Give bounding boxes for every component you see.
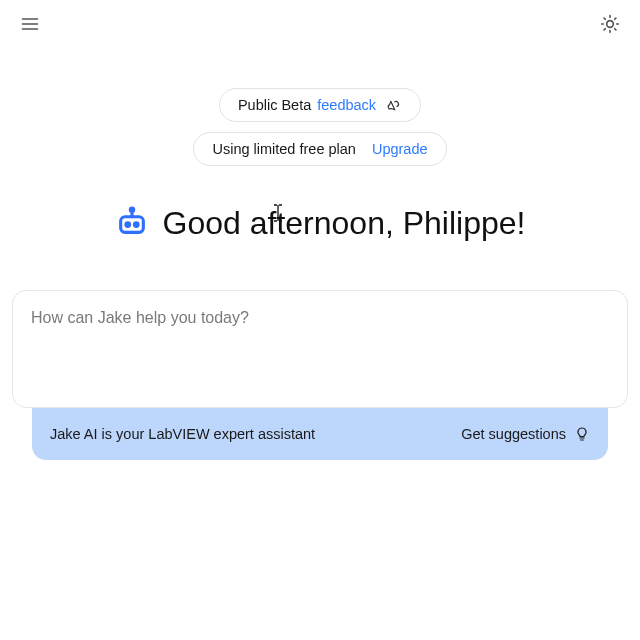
prompt-input[interactable]: How can Jake help you today? xyxy=(12,290,628,408)
beta-prefix-text: Public Beta xyxy=(238,97,311,113)
svg-point-13 xyxy=(125,223,129,227)
theme-toggle-button[interactable] xyxy=(598,12,622,36)
greeting-text: Good afternoon, Philippe! xyxy=(163,205,526,241)
sun-icon xyxy=(600,14,620,34)
lightbulb-icon xyxy=(574,426,590,442)
suggestion-cta-label: Get suggestions xyxy=(461,426,566,442)
upgrade-link[interactable]: Upgrade xyxy=(372,141,428,157)
beta-feedback-pill[interactable]: Public Beta feedback xyxy=(219,88,421,122)
text-cursor-icon xyxy=(271,193,285,211)
get-suggestions-button[interactable]: Get suggestions xyxy=(461,426,590,442)
plan-prefix-text: Using limited free plan xyxy=(212,141,355,157)
svg-point-3 xyxy=(607,21,614,28)
suggestion-tagline: Jake AI is your LabVIEW expert assistant xyxy=(50,426,315,442)
svg-line-11 xyxy=(615,18,616,19)
suggestion-bar: Jake AI is your LabVIEW expert assistant… xyxy=(32,408,608,460)
megaphone-icon xyxy=(386,97,402,113)
svg-line-10 xyxy=(604,29,605,30)
prompt-placeholder: How can Jake help you today? xyxy=(31,309,609,327)
svg-point-16 xyxy=(130,208,133,211)
svg-line-7 xyxy=(615,29,616,30)
robot-icon xyxy=(115,204,149,242)
svg-point-14 xyxy=(134,223,138,227)
svg-line-6 xyxy=(604,18,605,19)
svg-rect-12 xyxy=(120,217,143,233)
menu-icon xyxy=(20,14,40,34)
feedback-link[interactable]: feedback xyxy=(317,97,376,113)
plan-pill: Using limited free plan Upgrade xyxy=(193,132,446,166)
greeting-title: Good afternoon, Philippe! xyxy=(163,205,526,242)
menu-button[interactable] xyxy=(18,12,42,36)
